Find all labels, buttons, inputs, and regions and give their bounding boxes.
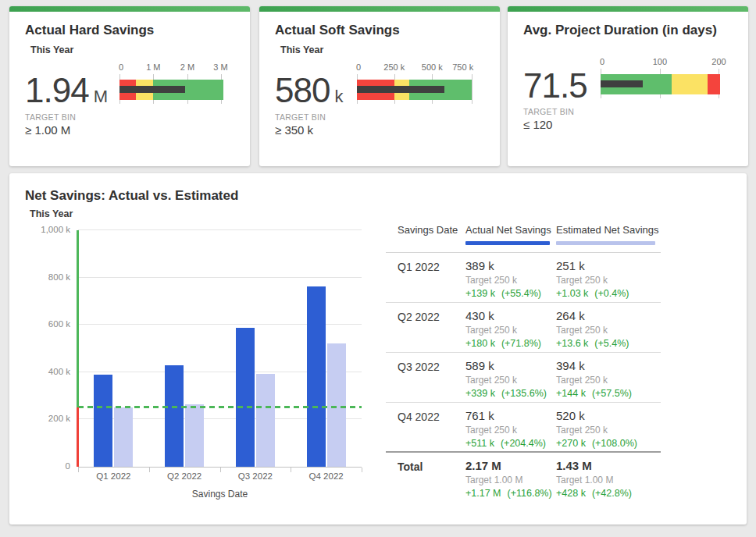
net-savings-table: Savings Date Actual Net Savings Estimate… [386,222,661,503]
bullet-measure-bar [119,86,185,93]
actual-cell: 589 k Target 250 k +339 k(+135.6%) [465,359,556,402]
x-axis-title: Savings Date [78,489,362,500]
x-axis-tick [362,468,362,472]
estimated-target: Target 1.00 M [556,475,661,485]
bar-actual[interactable] [94,375,112,467]
card-accent-bar [508,6,748,12]
target-bin-label: TARGET BIN [275,112,326,122]
y-axis-tick-label: 0 [9,461,70,471]
bar-actual[interactable] [307,286,326,467]
bullet-range-yellow [672,74,708,94]
estimated-target: Target 250 k [556,375,661,386]
bullet-axis-label: 0 [119,62,123,72]
bullet-axis-label: 0 [600,57,604,66]
y-axis-tick-label: 400 k [9,367,70,376]
table-row-q3[interactable]: Q3 2022 589 k Target 250 k +339 k(+135.6… [386,353,661,403]
bullet-measure-bar [357,86,444,93]
actual-value: 589 k [465,359,556,372]
y-axis-tick-label: 600 k [9,319,70,329]
bar-estimated[interactable] [327,343,346,467]
bullet-axis-label: 200 [711,57,726,66]
table-header: Savings Date Actual Net Savings Estimate… [386,222,661,253]
actual-target: Target 250 k [465,325,556,336]
legend-estimated-color-bar [556,241,655,245]
estimated-target: Target 250 k [556,276,661,286]
column-header-actual-label: Actual Net Savings [465,224,551,236]
kpi-card-actual-hard-savings: Actual Hard Savings This Year 1.94M 01 M… [9,6,250,166]
y-axis-tick-label: 1,000 k [9,225,70,234]
bar-actual[interactable] [236,328,255,467]
table-row-q1[interactable]: Q1 2022 389 k Target 250 k +139 k(+55.4%… [386,253,661,303]
actual-value: 761 k [465,409,556,422]
kpi-value: 580k [275,73,343,108]
card-accent-bar [9,6,250,12]
column-header-estimated: Estimated Net Savings [556,224,661,245]
target-bin-label: TARGET BIN [523,107,574,116]
actual-value: 430 k [465,309,556,322]
estimated-cell: 520 k Target 250 k +270 k(+108.0%) [556,409,661,451]
estimated-value: 394 k [556,359,661,372]
table-row-q2[interactable]: Q2 2022 430 k Target 250 k +180 k(+71.8%… [386,303,661,353]
bullet-chart[interactable]: 0100200 [601,59,720,102]
x-category-label: Q1 2022 [96,471,130,481]
actual-variance: +339 k(+135.6%) [465,388,556,400]
actual-value: 389 k [465,259,556,272]
actual-cell: 2.17 M Target 1.00 M +1.17 M(+116.8%) [465,459,556,503]
target-bin-value: ≥ 1.00 M [25,123,70,137]
actual-variance: +511 k(+204.4%) [465,438,556,450]
estimated-variance: +270 k(+108.0%) [556,438,661,450]
x-axis-labels: Q1 2022Q2 2022Q3 2022Q4 2022 [78,471,362,484]
kpi-title: Avg. Project Duration (in days) [523,23,717,38]
estimated-value: 1.43 M [556,459,661,472]
estimated-value: 251 k [556,259,661,272]
row-date: Q1 2022 [398,259,465,302]
kpi-value-unit: k [334,87,343,106]
table-row-q4[interactable]: Q4 2022 761 k Target 250 k +511 k(+204.4… [386,403,661,453]
bar-estimated[interactable] [114,407,133,467]
actual-cell: 761 k Target 250 k +511 k(+204.4%) [465,409,556,451]
kpi-subtitle: This Year [280,44,323,55]
bullet-chart[interactable]: 01 M2 M3 M [119,64,223,108]
bullet-axis-label: 2 M [180,62,194,72]
bar-estimated[interactable] [256,374,275,467]
kpi-title: Actual Soft Savings [275,23,400,38]
estimated-cell: 394 k Target 250 k +144 k(+57.5%) [556,359,661,402]
bullet-measure-bar [601,80,643,87]
bar-estimated[interactable] [185,404,204,467]
target-bin-value: ≤ 120 [523,118,552,131]
bar-actual[interactable] [165,365,184,467]
estimated-value: 520 k [556,409,661,422]
actual-variance: +139 k(+55.4%) [465,288,556,300]
y-axis-below-target-segment [77,407,79,467]
estimated-variance: +144 k(+57.5%) [556,388,661,400]
row-date: Total [398,459,465,503]
column-header-estimated-label: Estimated Net Savings [556,224,659,236]
y-axis-tick-label: 200 k [9,414,70,423]
actual-variance: +180 k(+71.8%) [465,338,556,350]
bullet-range-red [708,74,720,94]
kpi-card-actual-soft-savings: Actual Soft Savings This Year 580k 0250 … [259,6,500,166]
bullet-tick-line [472,74,472,104]
actual-value: 2.17 M [465,459,556,472]
column-header-actual: Actual Net Savings [465,224,556,245]
x-category-label: Q2 2022 [167,471,201,481]
estimated-variance: +13.6 k(+5.4%) [556,338,661,350]
dashboard: Actual Hard Savings This Year 1.94M 01 M… [0,0,756,537]
estimated-value: 264 k [556,309,661,322]
actual-target: Target 250 k [465,425,556,436]
chart-title: Net Savings: Actual vs. Estimated [25,188,238,204]
estimated-cell: 251 k Target 250 k +1.03 k(+0.4%) [556,259,661,302]
estimated-variance: +428 k(+42.8%) [556,488,661,500]
bullet-axis-label: 500 k [422,62,443,72]
gridline [78,229,362,230]
kpi-value-unit: M [94,87,108,106]
row-date: Q3 2022 [398,359,465,402]
kpi-value-number: 1.94 [25,71,89,109]
estimated-cell: 264 k Target 250 k +13.6 k(+5.4%) [556,309,661,352]
estimated-target: Target 250 k [556,425,661,436]
table-row-total[interactable]: Total 2.17 M Target 1.00 M +1.17 M(+116.… [386,453,661,503]
kpi-card-avg-project-duration: Avg. Project Duration (in days) 71.5 010… [508,6,748,166]
actual-target: Target 250 k [465,276,556,286]
bullet-chart[interactable]: 0250 k500 k750 k [357,64,472,108]
kpi-value-number: 580 [275,71,330,109]
